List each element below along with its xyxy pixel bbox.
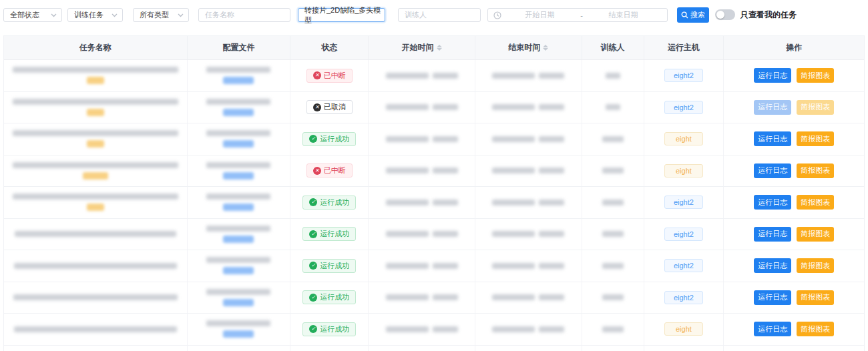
host-tag: eight2: [664, 101, 703, 114]
redacted-date: [492, 326, 535, 332]
run-log-button[interactable]: 运行日志: [754, 258, 791, 273]
run-log-button[interactable]: 运行日志: [754, 227, 791, 242]
column-header[interactable]: 结束时间: [475, 36, 582, 59]
all-kinds-select[interactable]: 所有类型: [133, 8, 189, 22]
status-select[interactable]: 全部状态: [3, 8, 62, 22]
search-button[interactable]: 搜索: [677, 7, 709, 23]
my-tasks-toggle[interactable]: [715, 9, 735, 20]
redacted-config-link[interactable]: [223, 172, 254, 180]
trainer-placeholder: 训练人: [399, 10, 480, 20]
report-chart-button[interactable]: 简报图表: [797, 227, 834, 242]
redacted-datetime: [492, 104, 564, 110]
date-range-picker[interactable]: 开始日期 - 结束日期: [487, 8, 668, 22]
redacted-datetime: [386, 104, 458, 110]
redacted-config-link[interactable]: [223, 299, 254, 306]
redacted-datetime: [386, 73, 458, 79]
status-badge: ✕已中断: [306, 69, 353, 83]
date-end-placeholder: 结束日期: [585, 10, 662, 20]
redacted-date: [386, 104, 429, 110]
table-row: ✓运行成功eight2运行日志简报图表: [4, 187, 864, 219]
redacted-task-name: [14, 263, 177, 269]
run-log-button[interactable]: 运行日志: [754, 290, 791, 305]
status-cell: ✕已中断: [290, 60, 369, 91]
redacted-config-link[interactable]: [223, 236, 254, 243]
report-chart-button[interactable]: 简报图表: [797, 195, 834, 210]
report-chart-button[interactable]: 简报图表: [797, 322, 834, 336]
redacted-config-link[interactable]: [223, 109, 254, 116]
host-cell: eight: [644, 314, 724, 345]
redacted-config-link[interactable]: [223, 330, 254, 338]
status-label: 运行成功: [320, 198, 349, 208]
start-time-cell: [369, 346, 475, 351]
redacted-trainer-name: [606, 104, 620, 110]
task-name-cell: [4, 187, 188, 218]
sort-icon[interactable]: [437, 45, 442, 51]
run-log-button[interactable]: 运行日志: [754, 131, 791, 146]
task-type-select[interactable]: 训练任务: [67, 8, 123, 22]
task-name-cell: [4, 250, 188, 282]
redacted-task-name: [13, 162, 178, 168]
actions-cell: 运行日志简报图表: [724, 60, 864, 91]
redacted-task-name: [13, 294, 178, 300]
actions-cell: [724, 346, 864, 351]
redacted-config-name: [206, 99, 270, 105]
filter-bar: 全部状态 训练任务 所有类型 任务名称 转接片_2D缺陷_多头模型 训练人 开始…: [0, 0, 868, 29]
redacted-config-name: [206, 162, 270, 168]
host-tag: eight2: [664, 291, 703, 304]
redacted-datetime: [492, 136, 564, 142]
redacted-task-tag: [83, 172, 108, 180]
redacted-datetime: [386, 294, 458, 300]
redacted-datetime: [492, 294, 564, 300]
redacted-time: [433, 326, 458, 332]
task-name-cell: [4, 155, 188, 187]
redacted-config-link[interactable]: [223, 140, 254, 147]
task-name-input[interactable]: 任务名称: [198, 8, 290, 22]
model-search-input[interactable]: 转接片_2D缺陷_多头模型: [298, 8, 385, 22]
check-circle-icon: ✓: [309, 262, 317, 270]
report-chart-button[interactable]: 简报图表: [797, 258, 834, 273]
redacted-config-link[interactable]: [223, 204, 254, 211]
trainer-input[interactable]: 训练人: [398, 8, 481, 22]
status-cell: ✓运行成功: [290, 187, 369, 218]
trainer-cell: [582, 155, 644, 187]
x-circle-icon: ✕: [313, 71, 321, 79]
sort-icon[interactable]: [543, 45, 548, 51]
redacted-config-name: [206, 194, 270, 200]
redacted-config-link[interactable]: [223, 77, 254, 84]
task-name-cell: [4, 219, 188, 250]
report-chart-button[interactable]: 简报图表: [797, 68, 834, 83]
clock-icon: [493, 11, 501, 19]
task-name-cell: [4, 60, 188, 91]
trainer-cell: [582, 187, 644, 218]
report-chart-button: 简报图表: [797, 100, 834, 115]
config-file-cell: [188, 219, 291, 250]
redacted-date: [386, 200, 429, 206]
run-log-button[interactable]: 运行日志: [754, 195, 791, 210]
start-time-cell: [369, 60, 475, 91]
column-header[interactable]: 开始时间: [369, 36, 475, 59]
run-log-button[interactable]: 运行日志: [754, 163, 791, 178]
redacted-datetime: [492, 200, 564, 206]
report-chart-button[interactable]: 简报图表: [797, 163, 834, 178]
task-name-cell: [4, 282, 188, 314]
report-chart-button[interactable]: 简报图表: [797, 290, 834, 305]
trainer-cell: [582, 219, 644, 250]
run-log-button[interactable]: 运行日志: [754, 68, 791, 83]
redacted-config-name: [206, 67, 270, 73]
column-header: 配置文件: [188, 36, 291, 59]
host-cell: eight2: [644, 187, 724, 218]
config-file-cell: [188, 155, 291, 187]
status-cell: ✓运行成功: [290, 282, 369, 314]
report-chart-button[interactable]: 简报图表: [797, 131, 834, 146]
run-log-button[interactable]: 运行日志: [754, 322, 791, 336]
table-row: ✕已中断eight运行日志简报图表: [4, 155, 864, 188]
redacted-config-link[interactable]: [223, 267, 254, 274]
status-cell: ✕已中断: [290, 155, 369, 187]
host-cell: eight2: [644, 60, 724, 91]
start-time-cell: [369, 187, 475, 218]
column-header-label: 任务名称: [79, 42, 112, 53]
trainer-cell: [582, 314, 644, 345]
config-file-cell: [188, 123, 291, 155]
redacted-datetime: [386, 200, 458, 206]
check-circle-icon: ✓: [309, 294, 317, 302]
